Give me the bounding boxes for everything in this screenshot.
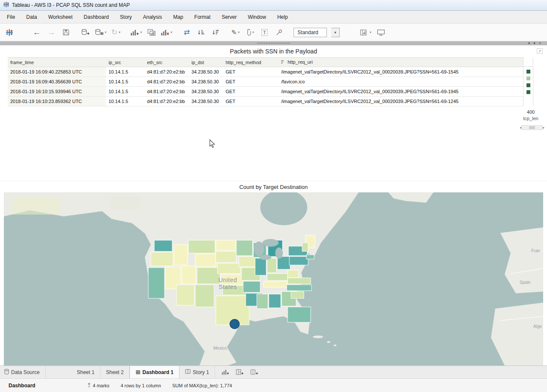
story-tab-icon — [185, 369, 191, 375]
window-title: Tableau - AWS I3 - PCAP SQL SSN count an… — [12, 2, 130, 8]
table-row[interactable]: 2018-01-19 16:09:40.225853 UTC 10.14.1.5… — [8, 67, 523, 77]
menu-bar: File Data Worksheet Dashboard Story Anal… — [0, 11, 547, 24]
zone-header[interactable]: ▾ ▾ × — [0, 41, 547, 45]
pause-auto-updates-icon[interactable]: ▾ — [95, 27, 106, 38]
sort-ascending-icon[interactable] — [196, 27, 206, 38]
horizontal-scrollbar[interactable]: ◂ ▸ — [520, 125, 544, 130]
menu-story[interactable]: Story — [120, 14, 132, 20]
axis-title[interactable]: tcp_len — [520, 116, 542, 121]
tab-sheet-2[interactable]: Sheet 2 — [100, 366, 129, 378]
bar-mark[interactable] — [526, 83, 530, 87]
menu-help[interactable]: Help — [277, 14, 288, 20]
swap-rows-columns-icon[interactable]: ⇄ — [182, 27, 192, 38]
menu-analysis[interactable]: Analysis — [143, 14, 162, 20]
menu-file[interactable]: File — [7, 14, 15, 20]
fit-dropdown-caret-icon[interactable]: ▾ — [331, 28, 340, 37]
tcp-len-marks-column — [523, 57, 533, 106]
scroll-right-icon[interactable]: ▸ — [543, 126, 544, 130]
scrollbar-thumb[interactable] — [529, 126, 535, 129]
menu-data[interactable]: Data — [26, 14, 37, 20]
col-header-ip-dst[interactable]: ip_dst — [189, 58, 223, 67]
undo-icon[interactable]: ← — [32, 27, 42, 38]
map-sheet[interactable]: United States Mexico Fran Spain Alge — [0, 192, 547, 365]
axis-tick-label: 400 — [520, 109, 542, 115]
tab-story-1[interactable]: Story 1 — [179, 366, 215, 378]
zone-grip-handle[interactable] — [257, 42, 290, 44]
toolbar: ← → ▾ ↻▾ ▾ ▾ ⇄ — [0, 24, 547, 41]
map-label-united-states: United — [218, 277, 237, 283]
refresh-icon[interactable]: ↻▾ — [111, 27, 121, 38]
status-marks[interactable]: 4 marks — [88, 383, 109, 389]
col-header-frame-time[interactable]: frame_time — [8, 58, 106, 67]
map-label-spain: Spain — [520, 280, 531, 285]
map-label-france: Fran — [531, 248, 540, 253]
highlight-icon[interactable]: ✎▾ — [230, 27, 241, 38]
col-header-ip-src[interactable]: ip_src — [106, 58, 144, 67]
new-dashboard-tab-icon[interactable] — [235, 368, 245, 377]
status-bar: Dashboard 4 marks 4 rows by 1 column SUM… — [0, 378, 547, 392]
presentation-mode-icon[interactable] — [376, 27, 386, 38]
zone-filter-caret-icon[interactable]: ▾ — [533, 41, 535, 45]
table-row[interactable]: 2018-01-19 16:09:40.356639 UTC 10.14.1.5… — [8, 77, 523, 87]
tab-data-source[interactable]: Data Source — [0, 366, 46, 378]
tableau-logo-icon — [3, 1, 9, 9]
clear-sheet-caret-icon: ▾ — [171, 30, 172, 34]
menu-dashboard[interactable]: Dashboard — [84, 14, 109, 20]
sort-indicator-icon[interactable] — [281, 60, 285, 65]
sort-descending-icon[interactable] — [211, 27, 221, 38]
packets-sheet: Packets with SSN in the Payload ↗ frame_… — [0, 45, 547, 181]
status-size: 4 rows by 1 column — [121, 383, 161, 388]
bar-mark[interactable] — [526, 70, 530, 74]
cards-caret-icon: ▾ — [370, 30, 371, 34]
new-worksheet-caret-icon: ▾ — [140, 30, 142, 34]
menu-map[interactable]: Map — [173, 14, 183, 20]
count-marker[interactable] — [230, 319, 239, 329]
fit-dropdown-value[interactable]: Standard — [294, 28, 327, 37]
col-header-http-req-method[interactable]: http_req_method — [223, 58, 279, 67]
go-to-sheet-icon[interactable]: ↗ — [537, 48, 543, 54]
packets-panel-title: Packets with SSN in the Payload — [230, 48, 317, 55]
dashboard-tab-icon: ⊞ — [135, 369, 140, 375]
table-header-row: frame_time ip_src eth_src ip_dst http_re… — [8, 58, 523, 67]
save-icon[interactable] — [61, 27, 71, 38]
scrollbar-track[interactable] — [521, 125, 543, 130]
marks-count-icon — [88, 383, 91, 389]
tab-dashboard-1[interactable]: ⊞ Dashboard 1 — [129, 366, 179, 378]
tableau-home-icon[interactable] — [4, 27, 15, 38]
group-members-icon[interactable]: ▾ — [245, 27, 255, 38]
tcp-len-axis: 400 tcp_len — [520, 109, 542, 121]
new-worksheet-icon[interactable]: ▾ — [130, 27, 142, 38]
table-row[interactable]: 2018-01-19 16:10:23.859362 UTC 10.14.1.5… — [8, 97, 523, 106]
menu-window[interactable]: Window — [248, 14, 266, 20]
show-mark-labels-icon[interactable]: T — [259, 27, 270, 38]
window-titlebar: Tableau - AWS I3 - PCAP SQL SSN count an… — [0, 0, 547, 11]
status-aggregate: SUM of MAX(tcp_len): 1,774 — [172, 383, 232, 388]
map-label-algeria: Alge — [533, 324, 542, 329]
sheet-tabs-bar: Data Source Sheet 1 Sheet 2 ⊞ Dashboard … — [0, 365, 547, 378]
map-panel-title-band: Count by Target Destination — [0, 181, 547, 192]
fix-axes-icon[interactable] — [274, 27, 284, 38]
dashboard-canvas: ▾ ▾ × Packets with SSN in the Payload ↗ … — [0, 41, 547, 365]
tab-sheet-1[interactable]: Sheet 1 — [71, 366, 100, 378]
table-row[interactable]: 2018-01-19 16:10:15.939946 UTC 10.14.1.5… — [8, 87, 523, 97]
menu-format[interactable]: Format — [194, 14, 211, 20]
zone-close-icon[interactable]: × — [539, 41, 541, 45]
map-panel-title: Count by Target Destination — [239, 184, 308, 190]
new-worksheet-tab-icon[interactable] — [220, 368, 230, 377]
menu-worksheet[interactable]: Worksheet — [48, 14, 73, 20]
col-header-http-req-uri[interactable]: http_req_uri — [279, 58, 523, 67]
redo-icon[interactable]: → — [46, 27, 56, 38]
new-story-tab-icon[interactable] — [249, 368, 259, 377]
bar-mark[interactable] — [526, 77, 530, 80]
show-hide-cards-icon[interactable]: ▾ — [360, 27, 371, 38]
bar-mark[interactable] — [526, 90, 530, 94]
duplicate-sheet-icon[interactable] — [146, 27, 156, 38]
fit-dropdown[interactable]: Standard ▾ — [294, 28, 340, 37]
zone-menu-caret-icon[interactable]: ▾ — [528, 41, 530, 45]
map-canvas[interactable]: United States Mexico Fran Spain Alge — [4, 192, 543, 365]
clear-sheet-icon[interactable]: ▾ — [161, 27, 172, 38]
col-header-eth-src[interactable]: eth_src — [144, 58, 189, 67]
data-source-icon — [4, 369, 9, 376]
menu-server[interactable]: Server — [222, 14, 237, 20]
new-data-source-icon[interactable] — [80, 27, 91, 38]
